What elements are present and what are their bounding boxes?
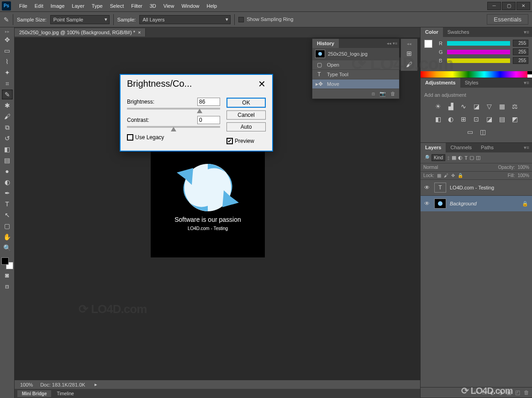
quickmask-tool[interactable]: ◙ — [2, 270, 13, 280]
mask-icon[interactable]: ◐ — [490, 389, 495, 396]
panel-menu-icon[interactable]: ▾≡ — [521, 78, 532, 88]
new-layer-icon[interactable]: ◰ — [515, 389, 520, 396]
lock-pixels-icon[interactable]: ▦ — [437, 173, 441, 178]
history-snapshot[interactable]: 250x250_logo.jpg — [312, 48, 399, 60]
threshold-icon[interactable]: ◩ — [511, 115, 519, 123]
filter-adjust-icon[interactable]: ◐ — [458, 155, 463, 161]
layer-item[interactable]: 👁 T LO4D.com - Testing — [421, 179, 532, 195]
group-icon[interactable]: ▣ — [506, 389, 511, 396]
hue-strip[interactable] — [421, 71, 532, 78]
trash-icon[interactable]: 🗑 — [390, 91, 395, 97]
snapshot-icon[interactable]: 📷 — [379, 91, 386, 97]
tab-adjustments[interactable]: Adjustments — [421, 78, 460, 88]
lock-move-icon[interactable]: ✥ — [451, 173, 455, 178]
color-panel-swatches[interactable] — [424, 40, 432, 48]
tab-styles[interactable]: Styles — [460, 78, 483, 88]
green-value[interactable]: 255 — [513, 48, 528, 55]
vibrance-icon[interactable]: ▽ — [485, 102, 493, 110]
lock-paint-icon[interactable]: 🖌 — [444, 173, 448, 178]
fx-icon[interactable]: fx — [482, 389, 486, 396]
red-slider[interactable] — [447, 41, 510, 46]
link-icon[interactable]: ⚯ — [474, 389, 479, 396]
menu-help[interactable]: Help — [203, 1, 221, 10]
filter-image-icon[interactable]: ▦ — [452, 155, 456, 161]
filter-smart-icon[interactable]: ◫ — [476, 155, 480, 161]
use-legacy-check[interactable]: Use Legacy — [127, 134, 220, 141]
lasso-tool[interactable]: ⌇ — [2, 57, 13, 67]
blur-tool[interactable]: ● — [2, 166, 13, 176]
dock-icon[interactable]: ⊞ — [406, 50, 412, 57]
filter-shape-icon[interactable]: ▢ — [469, 155, 474, 161]
maximize-button[interactable]: ▢ — [502, 2, 516, 10]
layer-item[interactable]: 👁 Background 🔒 — [421, 195, 532, 211]
pen-tool[interactable]: ✒ — [2, 188, 13, 198]
zoom-level[interactable]: 100% — [20, 382, 33, 388]
tab-color[interactable]: Color — [421, 27, 443, 37]
blue-value[interactable]: 255 — [513, 57, 528, 64]
shape-tool[interactable]: ▢ — [2, 221, 13, 231]
brightness-input[interactable] — [197, 98, 220, 106]
menu-edit[interactable]: Edit — [31, 1, 47, 10]
blue-slider[interactable] — [447, 58, 510, 63]
crop-tool[interactable]: ⌗ — [2, 79, 13, 89]
curves-icon[interactable]: ∿ — [459, 102, 468, 110]
type-tool[interactable]: T — [2, 199, 13, 209]
dock-icon[interactable]: 🖌 — [406, 61, 412, 68]
panel-menu-icon[interactable]: ▾≡ — [521, 143, 532, 152]
marquee-tool[interactable]: ▭ — [2, 46, 13, 56]
menu-3d[interactable]: 3D — [146, 1, 160, 10]
exposure-icon[interactable]: ◪ — [472, 102, 480, 110]
hand-tool[interactable]: ✋ — [2, 232, 13, 242]
bw-icon[interactable]: ◧ — [434, 115, 442, 123]
canvas[interactable]: Software is our passion LO4D.com - Testi… — [151, 143, 265, 257]
tab-layers[interactable]: Layers — [421, 143, 446, 152]
menu-view[interactable]: View — [160, 1, 178, 10]
dodge-tool[interactable]: ◐ — [2, 177, 13, 187]
tab-close-icon[interactable]: × — [138, 30, 141, 35]
layer-filter-kind[interactable]: Kind — [432, 154, 445, 161]
mixer-icon[interactable]: ⊞ — [459, 115, 468, 123]
zoom-tool[interactable]: 🔍 — [2, 243, 13, 253]
contrast-slider[interactable] — [127, 126, 220, 128]
green-slider[interactable] — [447, 50, 510, 54]
sample-dropdown[interactable]: All Layers — [139, 15, 231, 24]
fill-input[interactable]: 100% — [517, 173, 529, 178]
move-tool[interactable]: ✥ — [2, 35, 13, 45]
close-button[interactable]: ✕ — [516, 2, 530, 10]
history-item[interactable]: ▢Open — [312, 60, 399, 69]
new-doc-icon[interactable]: ⧈ — [372, 91, 375, 97]
color-swatches[interactable] — [1, 257, 13, 269]
tab-channels[interactable]: Channels — [446, 143, 476, 152]
tab-history[interactable]: History — [312, 39, 339, 48]
lock-all-icon[interactable]: 🔒 — [458, 173, 463, 178]
eyedropper-tool[interactable]: ✎ — [2, 89, 13, 100]
invert-icon[interactable]: ◪ — [485, 115, 493, 123]
stamp-tool[interactable]: ⧉ — [2, 122, 13, 132]
minimize-button[interactable]: ─ — [487, 2, 501, 10]
workspace-switcher[interactable]: Essentials — [487, 14, 528, 25]
wand-tool[interactable]: ✦ — [2, 68, 13, 78]
visibility-icon[interactable]: 👁 — [424, 184, 431, 191]
history-brush-tool[interactable]: ↺ — [2, 133, 13, 143]
eraser-tool[interactable]: ◧ — [2, 144, 13, 154]
photo-filter-icon[interactable]: ◐ — [447, 115, 455, 123]
cancel-button[interactable]: Cancel — [226, 110, 266, 120]
screenmode-tool[interactable]: ⧈ — [2, 281, 13, 291]
adjustment-icon[interactable]: ◑ — [498, 389, 503, 396]
sampling-ring-check[interactable]: Show Sampling Ring — [238, 16, 293, 22]
tab-timeline[interactable]: Timeline — [52, 390, 78, 397]
menu-file[interactable]: File — [16, 1, 31, 10]
balance-icon[interactable]: ⚖ — [511, 102, 519, 110]
heal-tool[interactable]: ✱ — [2, 100, 13, 110]
auto-button[interactable]: Auto — [226, 122, 266, 131]
menu-select[interactable]: Select — [106, 1, 128, 10]
brightness-slider[interactable] — [127, 108, 220, 110]
menu-type[interactable]: Type — [88, 1, 106, 10]
tab-paths[interactable]: Paths — [476, 143, 498, 152]
contrast-input[interactable] — [197, 116, 220, 124]
visibility-icon[interactable]: 👁 — [424, 200, 431, 207]
history-item[interactable]: TType Tool — [312, 69, 399, 79]
menu-window[interactable]: Window — [178, 1, 203, 10]
tab-swatches[interactable]: Swatches — [443, 27, 474, 37]
selective-icon[interactable]: ◫ — [479, 128, 487, 136]
